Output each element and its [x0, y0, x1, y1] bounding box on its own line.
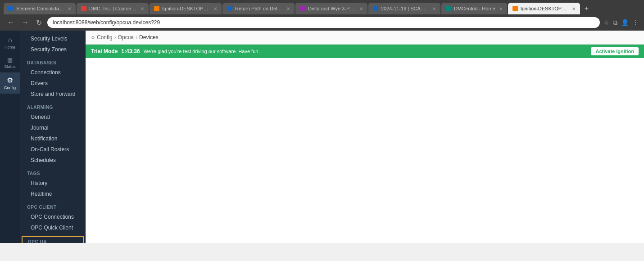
profile-icon[interactable]: 👤 [621, 19, 629, 27]
status-label: Status [4, 64, 16, 69]
databases-section-label: DATABASES [20, 55, 86, 67]
tab-close-icon[interactable]: ✕ [141, 6, 144, 11]
menu-icon[interactable]: ⋮ [632, 19, 639, 27]
browser-nav-icons: ☆ ⧉ 👤 ⋮ [603, 19, 639, 27]
breadcrumb-config-icon: ⚙ [91, 35, 95, 40]
security-section: Security Levels Security Zones [20, 33, 86, 55]
sidebar-item-opc-connections[interactable]: OPC Connections [20, 212, 86, 222]
tab-favicon [8, 6, 14, 11]
sidebar-item-opc-quick-client[interactable]: OPC Quick Client [20, 222, 86, 233]
sidebar-item-notification[interactable]: Notification [20, 133, 86, 144]
breadcrumb: ⚙ Config › Opcua › Devices [86, 31, 644, 45]
sidebar-item-store-forward[interactable]: Store and Forward [20, 89, 86, 99]
tab-close-icon[interactable]: ✕ [432, 6, 436, 11]
breadcrumb-opcua[interactable]: Opcua [118, 34, 134, 40]
sidebar-item-status[interactable]: ▦ Status [0, 53, 20, 72]
sidebar-item-config[interactable]: ⚙ Config [0, 72, 20, 94]
sidebar-item-connections[interactable]: Connections [20, 67, 86, 78]
tab-favicon [154, 6, 159, 11]
browser-tab[interactable]: 2024-11-19 | SCADA Use... ✕ [368, 3, 440, 14]
tab-close-icon[interactable]: ✕ [286, 6, 290, 11]
status-icon: ▦ [7, 57, 13, 63]
sidebar-item-schedules[interactable]: Schedules [20, 155, 86, 166]
tab-label: Siemens Consolidated VI... [16, 6, 64, 11]
sidebar-item-security-levels[interactable]: Security Levels [20, 33, 86, 44]
opc-client-section-label: OPC CLIENT [20, 199, 86, 212]
breadcrumb-config[interactable]: Config [97, 34, 113, 40]
forward-button[interactable]: → [20, 17, 31, 28]
browser-tab[interactable]: Delta and Wye 3-Phase C... ✕ [295, 3, 367, 14]
bookmark-icon[interactable]: ☆ [603, 19, 609, 27]
tab-close-icon[interactable]: ✕ [499, 6, 503, 11]
trial-label: Trial Mode [91, 48, 118, 54]
tab-label: DMC, Inc. | Course catalo... [89, 6, 137, 11]
tab-bar: Siemens Consolidated VI... ✕ DMC, Inc. |… [0, 0, 644, 14]
main-content: ⚙ Config › Opcua › Devices Trial Mode 1:… [86, 31, 644, 243]
tab-close-icon[interactable]: ✕ [359, 6, 363, 11]
nav-bar: ← → ↻ localhost:8088/web/config/opcua.de… [0, 14, 644, 31]
opc-ua-section-label: OPC UA [23, 237, 83, 243]
home-icon: ⌂ [8, 36, 12, 44]
sidebar-item-home[interactable]: ⌂ Home [0, 32, 20, 53]
sidebar-item-journal[interactable]: Journal [20, 122, 86, 133]
config-label: Config [4, 86, 16, 90]
content-area [86, 58, 644, 243]
tab-favicon [227, 6, 232, 11]
browser-tab[interactable]: DMC, Inc. | Course catalo... ✕ [77, 3, 149, 14]
tab-label: Ignition-DESKTOP-K178... [521, 6, 568, 11]
tab-favicon [81, 6, 86, 11]
tab-favicon [373, 6, 378, 11]
tags-section-label: TAGS [20, 166, 86, 178]
browser-tab[interactable]: Siemens Consolidated VI... ✕ [4, 3, 76, 14]
browser-tab[interactable]: Ignition-DESKTOP-K178... ✕ [150, 3, 222, 14]
tab-label: DMCentral - Home [454, 6, 495, 11]
activate-ignition-button[interactable]: Activate Ignition [591, 47, 639, 55]
trial-message: We're glad you're test driving our softw… [144, 49, 588, 54]
alarming-section: ALARMING General Journal Notification On… [20, 99, 86, 166]
config-icon: ⚙ [7, 76, 13, 85]
breadcrumb-sep-1: › [114, 34, 116, 40]
icon-bar: ⌂ Home ▦ Status ⚙ Config [0, 31, 20, 243]
tags-section: TAGS History Realtime [20, 166, 86, 199]
sidebar-panel: Security Levels Security Zones DATABASES… [20, 31, 86, 243]
breadcrumb-devices: Devices [139, 34, 159, 40]
sidebar-item-general[interactable]: General [20, 112, 86, 122]
extensions-icon[interactable]: ⧉ [613, 19, 617, 27]
sidebar-item-security-zones[interactable]: Security Zones [20, 44, 86, 55]
tab-close-icon[interactable]: ✕ [68, 6, 71, 11]
app-wrapper: ⌂ Home ▦ Status ⚙ Config Security Levels… [0, 31, 644, 243]
sidebar-item-on-call-rosters[interactable]: On-Call Rosters [20, 144, 86, 155]
address-text: localhost:8088/web/config/opcua.devices?… [53, 19, 160, 26]
new-tab-button[interactable]: + [581, 3, 592, 14]
breadcrumb-sep-2: › [136, 34, 137, 40]
browser-tab[interactable]: Return Path on Delta Pr... ✕ [222, 3, 295, 14]
opc-client-section: OPC CLIENT OPC Connections OPC Quick Cli… [20, 199, 86, 233]
tab-label: Delta and Wye 3-Phase C... [308, 6, 356, 11]
sidebar-item-drivers[interactable]: Drivers [20, 78, 86, 89]
browser-tab[interactable]: DMCentral - Home ✕ [441, 3, 507, 14]
databases-section: DATABASES Connections Drivers Store and … [20, 55, 86, 99]
browser-tab-active[interactable]: Ignition-DESKTOP-K178... ✕ [508, 3, 580, 14]
back-button[interactable]: ← [5, 17, 16, 28]
opc-ua-section: OPC UA Device Connections Server Setting… [22, 236, 84, 243]
tab-label: 2024-11-19 | SCADA Use... [381, 6, 429, 11]
reload-button[interactable]: ↻ [34, 17, 44, 29]
tab-favicon [512, 6, 518, 11]
sidebar-item-realtime[interactable]: Realtime [20, 189, 86, 199]
address-bar[interactable]: localhost:8088/web/config/opcua.devices?… [47, 17, 600, 28]
tab-label: Ignition-DESKTOP-K178... [162, 6, 210, 11]
alarming-section-label: ALARMING [20, 99, 86, 112]
trial-banner: Trial Mode 1:43:36 We're glad you're tes… [86, 45, 644, 58]
tab-close-icon[interactable]: ✕ [572, 6, 576, 11]
sidebar-item-history[interactable]: History [20, 178, 86, 189]
home-label: Home [5, 45, 15, 50]
tab-favicon [446, 6, 451, 11]
tab-favicon [300, 6, 305, 11]
tab-close-icon[interactable]: ✕ [213, 6, 217, 11]
tab-label: Return Path on Delta Pr... [235, 6, 283, 11]
trial-timer: 1:43:36 [121, 48, 140, 54]
